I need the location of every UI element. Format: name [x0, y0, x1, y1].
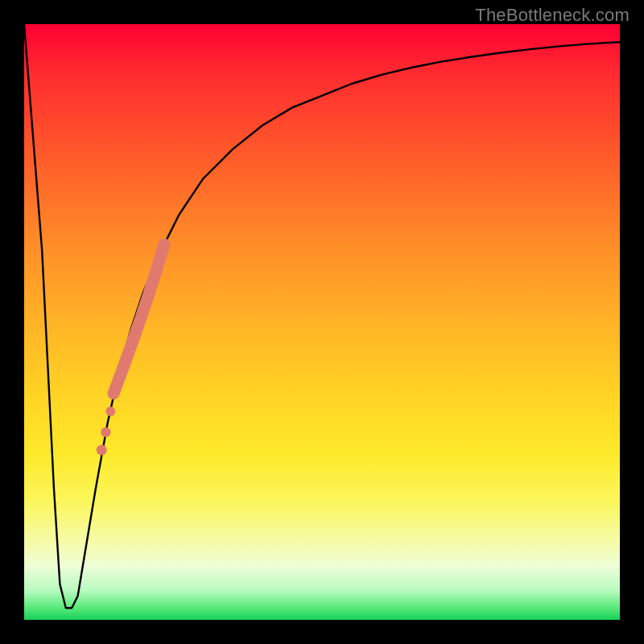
- secondary-dots-group: [97, 407, 116, 455]
- secondary-dot: [101, 427, 110, 437]
- bottleneck-curve: [24, 24, 620, 608]
- plot-area: [24, 24, 620, 620]
- chart-frame: TheBottleneck.com: [0, 0, 644, 644]
- secondary-dot: [97, 445, 107, 456]
- recommended-range-segment: [114, 245, 164, 394]
- chart-svg: [24, 24, 620, 620]
- watermark-text: TheBottleneck.com: [475, 5, 630, 26]
- secondary-dot: [105, 407, 115, 416]
